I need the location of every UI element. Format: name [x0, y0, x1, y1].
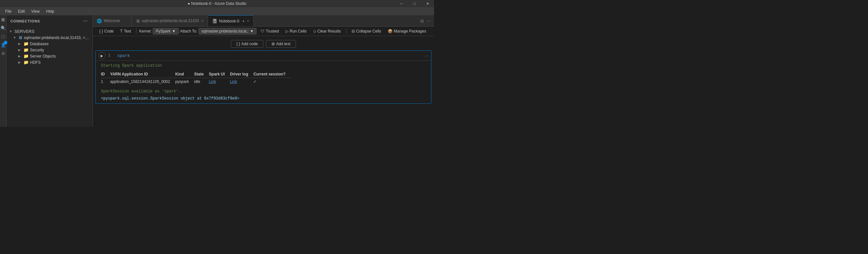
- manage-packages-button[interactable]: 📦 Manage Packages: [385, 28, 429, 34]
- menu-file[interactable]: File: [3, 8, 14, 14]
- cell-driver-log-link[interactable]: Link: [230, 78, 253, 85]
- packages-icon: 📦: [388, 29, 393, 34]
- attach-to-selector: Attach To: sqlmaster.pridelands.local,: …: [180, 28, 257, 34]
- welcome-tab-icon: 🌐: [97, 19, 102, 24]
- attach-to-label: Attach To:: [180, 29, 197, 34]
- run-cells-button[interactable]: ▷ Run Cells: [283, 28, 309, 34]
- text-icon: T: [120, 29, 122, 34]
- tab-actions: ⊟ ⋯: [417, 15, 434, 26]
- clear-results-label: Clear Results: [317, 29, 341, 34]
- cell-spark-ui-link[interactable]: Link: [209, 78, 230, 85]
- sidebar-item-server-root[interactable]: ▼ 🖥 sqlmaster.pridelands.local,31433, <d…: [6, 34, 92, 41]
- main-content: 🌐 Welcome 🖥 sqlmaster.pridelands.local,3…: [93, 15, 434, 127]
- servers-arrow: ▼: [9, 30, 13, 33]
- add-code-toolbar-button[interactable]: { } Code: [97, 28, 116, 34]
- kernel-selector: Kernel: PySpark ▼: [139, 28, 179, 34]
- add-code-label: Add code: [241, 42, 258, 46]
- hdfs-arrow: ▶: [18, 61, 22, 64]
- notebook-dirty-indicator: ●: [243, 19, 245, 23]
- col-header-sparkui: Spark UI: [209, 71, 230, 78]
- split-editor-button[interactable]: ⊟: [420, 18, 425, 24]
- databases-arrow: ▶: [18, 42, 22, 45]
- more-actions-tab-button[interactable]: ⋯: [426, 18, 431, 24]
- sql-tab-icon: 🖥: [136, 19, 140, 24]
- col-header-kind: Kind: [175, 71, 194, 78]
- sql-tab-close-button[interactable]: ✕: [201, 19, 204, 23]
- title-bar: ● Notebook-0 - Azure Data Studio ─ □ ✕: [0, 0, 434, 7]
- maximize-button[interactable]: □: [408, 0, 421, 7]
- trusted-button[interactable]: 🛡 Trusted: [258, 28, 281, 34]
- menu-view[interactable]: View: [29, 8, 42, 14]
- welcome-tab-label: Welcome: [104, 19, 120, 23]
- security-label: Security: [30, 48, 44, 52]
- attach-to-value: sqlmaster.pridelands.local,:: [202, 29, 249, 34]
- hdfs-label: HDFS: [30, 60, 41, 65]
- cell-more-actions-button[interactable]: ···: [425, 53, 429, 58]
- cell-current-session: ✓: [253, 78, 291, 85]
- accounts-badge: 1: [4, 41, 7, 44]
- accounts-activity-icon[interactable]: 👤 1: [0, 42, 6, 48]
- collapse-cells-button[interactable]: ⊟ Collapse Cells: [349, 28, 384, 34]
- col-header-yarn: YARN Application ID: [110, 71, 175, 78]
- databases-label: Databases: [30, 42, 49, 46]
- server-objects-folder-icon: 📁: [24, 54, 29, 59]
- toolbar-separator-2: [346, 29, 346, 34]
- notebook-toolbar: { } Code T Text Kernel: PySpark ▼ Attach…: [93, 27, 434, 36]
- tab-notebook[interactable]: 📓 Notebook-0 ● ✕: [208, 15, 254, 26]
- notebook-tab-label: Notebook-0: [219, 19, 239, 24]
- window-title: ● Notebook-0 - Azure Data Studio: [188, 1, 246, 6]
- notebook-area: { } Add code ⊞ Add text ▶ 1 spark ···: [93, 36, 434, 127]
- databases-folder-icon: 📁: [24, 41, 29, 46]
- add-text-button[interactable]: ⊞ Add text: [266, 40, 296, 48]
- text-label: Text: [124, 29, 131, 34]
- security-folder-icon: 📁: [24, 47, 29, 52]
- sidebar-item-hdfs[interactable]: ▶ 📁 HDFS: [6, 59, 92, 65]
- server-objects-arrow: ▶: [18, 54, 22, 58]
- kernel-dropdown[interactable]: PySpark ▼: [153, 28, 179, 34]
- code-icon: { }: [99, 29, 103, 34]
- cell-code-content[interactable]: spark: [117, 53, 422, 58]
- clear-results-button[interactable]: ◇ Clear Results: [311, 28, 343, 34]
- trusted-label: Trusted: [266, 29, 279, 34]
- attach-to-dropdown[interactable]: sqlmaster.pridelands.local,: ▼: [198, 28, 257, 34]
- close-button[interactable]: ✕: [421, 0, 434, 7]
- notebook-tab-close-button[interactable]: ✕: [246, 19, 249, 23]
- extensions-activity-icon[interactable]: ⬡: [0, 34, 6, 39]
- output-spark-session-text: SparkSession available as 'spark'.: [101, 89, 426, 94]
- minimize-button[interactable]: ─: [395, 0, 408, 7]
- sidebar-item-security[interactable]: ▶ 📁 Security: [6, 47, 92, 53]
- collapse-label: Collapse Cells: [356, 29, 381, 34]
- server-root-label: sqlmaster.pridelands.local,31433, <defau…: [24, 35, 90, 40]
- sidebar-header-actions: ⋯: [82, 18, 89, 25]
- menu-edit[interactable]: Edit: [15, 8, 27, 14]
- run-cell-button[interactable]: ▶: [98, 52, 105, 59]
- notebook-tab-icon: 📓: [212, 19, 217, 24]
- output-table: ID YARN Application ID Kind State Spark …: [101, 71, 291, 85]
- app-body: ⊞ 🔍 ⬡ 👤 1 ⚙ CONNECTIONS ⋯ ▼ SERVERS ▼ 🖥: [0, 15, 434, 127]
- search-activity-icon[interactable]: 🔍: [0, 25, 6, 31]
- add-code-button[interactable]: { } Add code: [231, 40, 264, 48]
- servers-section-header[interactable]: ▼ SERVERS: [6, 28, 92, 34]
- cell-yarn-id: application_1582144181105_0002: [110, 78, 175, 85]
- sidebar-item-databases[interactable]: ▶ 📁 Databases: [6, 41, 92, 47]
- sidebar-more-actions-button[interactable]: ⋯: [82, 18, 89, 25]
- output-object-text: <pyspark.sql.session.SparkSession object…: [101, 96, 426, 101]
- col-header-currentsession: Current session?: [253, 71, 291, 78]
- cell-state: idle: [194, 78, 209, 85]
- col-header-state: State: [194, 71, 209, 78]
- connections-activity-icon[interactable]: ⊞: [0, 16, 6, 23]
- add-text-toolbar-button[interactable]: T Text: [118, 28, 133, 34]
- trusted-shield-icon: 🛡: [260, 29, 265, 34]
- tab-sql-server[interactable]: 🖥 sqlmaster.pridelands.local,31433 ✕: [132, 15, 208, 26]
- code-label: Code: [104, 29, 114, 34]
- clear-results-icon: ◇: [313, 29, 316, 34]
- tab-bar: 🌐 Welcome 🖥 sqlmaster.pridelands.local,3…: [93, 15, 434, 27]
- cell-kind: pyspark: [175, 78, 194, 85]
- settings-activity-icon[interactable]: ⚙: [0, 50, 6, 56]
- cell-output: Starting Spark application ID YARN Appli…: [96, 61, 431, 103]
- sidebar-item-server-objects[interactable]: ▶ 📁 Server Objects: [6, 53, 92, 59]
- toolbar-separator-1: [136, 29, 136, 34]
- menu-help[interactable]: Help: [43, 8, 57, 14]
- tab-welcome[interactable]: 🌐 Welcome: [93, 15, 132, 26]
- kernel-chevron-icon: ▼: [172, 29, 176, 34]
